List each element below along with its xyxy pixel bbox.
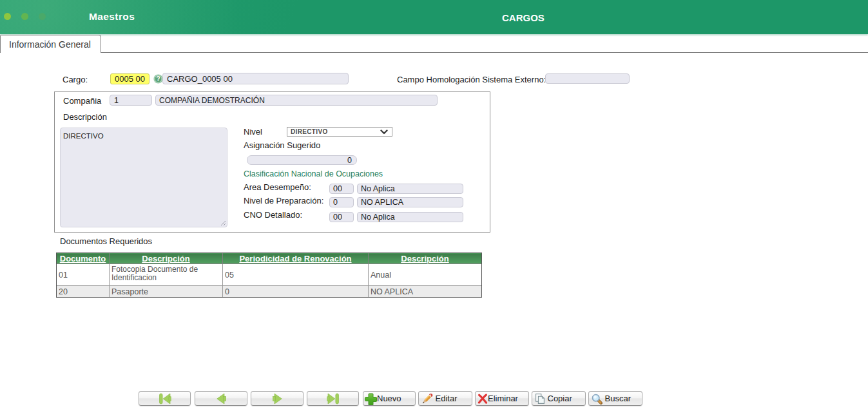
svg-text:?: ?	[156, 75, 160, 82]
